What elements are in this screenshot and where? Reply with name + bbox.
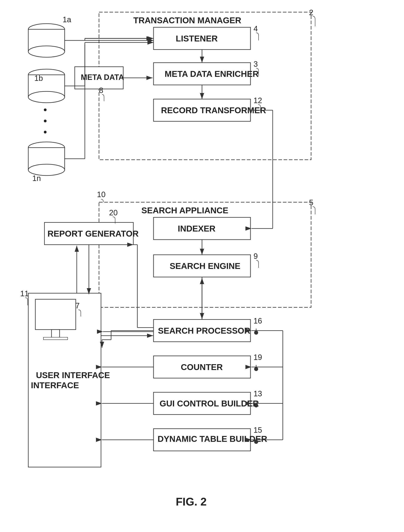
search-appliance-label: SEARCH APPLIANCE [141, 206, 228, 215]
ref-8: 8 [99, 86, 103, 95]
ref-13: 13 [253, 389, 262, 398]
search-engine-label: SEARCH ENGINE [170, 261, 240, 271]
ref-5: 5 [309, 198, 313, 207]
dots: • [44, 104, 47, 116]
ref-7: 7 [75, 301, 80, 310]
ref-3: 3 [253, 60, 258, 68]
counter-label: COUNTER [181, 362, 223, 372]
ref-16: 16 [253, 317, 262, 325]
user-interface-label: USER INTERFACE [36, 370, 110, 380]
ref-2: 2 [309, 8, 313, 17]
svg-point-39 [254, 331, 258, 335]
ref-19: 19 [253, 353, 262, 362]
user-interface-label2: INTERFACE [31, 381, 79, 390]
fig-label: FIG. 2 [176, 495, 207, 508]
search-processor-label: SEARCH PROCESSOR [158, 326, 250, 336]
svg-rect-52 [51, 330, 60, 338]
svg-rect-51 [35, 299, 76, 330]
dots2: • [44, 115, 47, 127]
record-transformer-label: RECORD TRANSFORMER [161, 105, 266, 115]
svg-point-11 [28, 164, 65, 175]
svg-point-46 [254, 403, 258, 408]
ref-12: 12 [253, 96, 262, 105]
meta-data-label: META DATA [81, 73, 124, 82]
report-generator-label: REPORT GENERATOR [47, 229, 139, 238]
svg-point-5 [28, 46, 65, 57]
ref-1a: 1a [63, 15, 71, 24]
ref-1b: 1b [34, 74, 43, 83]
gui-control-builder-label: GUI CONTROL BUILDER [160, 399, 259, 408]
ref-10: 10 [97, 190, 105, 199]
transaction-manager-label: TRANSACTION MANAGER [133, 16, 241, 25]
ref-4: 4 [253, 25, 258, 33]
ref-9: 9 [253, 252, 258, 260]
ref-1n: 1n [32, 174, 41, 183]
ref-11: 11 [20, 289, 29, 298]
ref-15: 15 [253, 426, 262, 434]
listener-label: LISTENER [176, 34, 218, 43]
svg-point-8 [28, 91, 65, 103]
indexer-label: INDEXER [178, 224, 215, 233]
svg-point-43 [254, 367, 258, 371]
svg-point-49 [254, 440, 258, 444]
ref-20: 20 [109, 208, 118, 217]
svg-rect-53 [44, 337, 68, 340]
dynamic-table-builder-label: DYNAMIC TABLE BUILDER [158, 434, 267, 444]
dots3: • [44, 126, 47, 138]
meta-data-enricher-label: META DATA ENRICHER [165, 69, 259, 79]
diagram: 1a • • • 1b 1n TRANSACTION MANAGER 2 LIS… [0, 0, 404, 532]
